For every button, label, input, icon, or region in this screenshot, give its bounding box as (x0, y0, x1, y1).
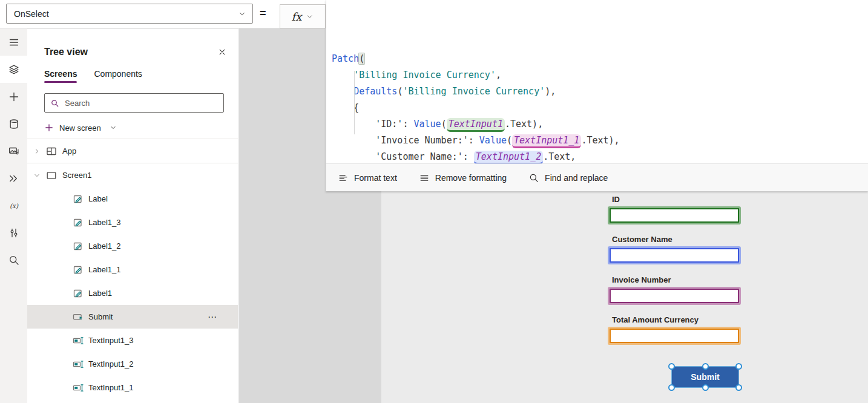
code-token: : (469, 135, 479, 146)
fx-dropdown-button[interactable]: fx (280, 4, 326, 28)
textinput-control-icon (72, 335, 84, 347)
media-icon (8, 145, 20, 157)
code-token: ), (545, 86, 556, 97)
panel-title: Tree view (44, 47, 88, 57)
code-token: 'Billing Invoice Currency' (403, 86, 545, 97)
advanced-tools-nav[interactable] (0, 219, 27, 246)
label-control-icon (72, 217, 84, 229)
variables-icon: (x) (8, 200, 20, 212)
variables-nav[interactable]: (x) (0, 192, 27, 219)
tree-item-label1_3[interactable]: Label1_3 (27, 211, 238, 234)
chevron-down-icon (306, 13, 314, 21)
search-icon (528, 172, 539, 183)
code-token: ( (441, 119, 447, 129)
text-input-invoice-number[interactable] (610, 289, 739, 303)
insert-nav[interactable] (0, 83, 27, 110)
code-line: 'ID:': Value(TextInput1.Text), (332, 116, 868, 133)
textinput-control-icon (72, 382, 84, 394)
text-input-icon (72, 382, 84, 394)
code-token: 'ID:' (375, 119, 403, 129)
selection-handle[interactable] (735, 384, 742, 391)
power-automate-icon (8, 172, 20, 185)
tree-search-input[interactable] (65, 99, 218, 108)
search-icon (8, 254, 20, 266)
hamburger-menu-button[interactable] (0, 28, 27, 56)
item-menu-button[interactable]: ⋯ (208, 312, 217, 323)
indent-guide (354, 71, 355, 134)
selection-handle[interactable] (735, 363, 742, 370)
text-input-id[interactable] (610, 208, 739, 223)
code-token: : (403, 119, 413, 129)
selection-handle[interactable] (702, 384, 709, 391)
code-token: Patch (332, 53, 359, 64)
tree-item-textinput1_1[interactable]: TextInput1_1 (27, 376, 238, 399)
tab-screens[interactable]: Screens (44, 69, 77, 83)
tree-view-panel: Tree view Screens Components New screen … (27, 28, 239, 403)
chevron-down-icon (33, 172, 41, 179)
property-selector-dropdown[interactable]: OnSelect (6, 4, 253, 24)
chevron-down-icon[interactable] (33, 172, 41, 179)
label-control-icon (72, 287, 84, 300)
data-nav[interactable] (0, 110, 27, 137)
field-label-invoice-number: Invoice Number (612, 275, 748, 284)
tree-item-textinput1_3[interactable]: TextInput1_3 (27, 329, 238, 352)
new-screen-button[interactable]: New screen (44, 120, 117, 136)
form-field-customer-name: Customer Name (608, 235, 748, 263)
button-control-icon (72, 311, 84, 323)
toolbar-button-label: Format text (354, 173, 397, 183)
tree-item-screen1[interactable]: Screen1 (27, 163, 238, 187)
remove-formatting-icon (419, 172, 430, 183)
format-text-button[interactable]: Format text (338, 172, 397, 183)
code-token: .Text), (581, 135, 619, 146)
chevron-right-icon[interactable] (33, 148, 41, 155)
textinput-control-icon (72, 358, 84, 370)
database-icon (8, 118, 20, 130)
label-icon (72, 287, 84, 300)
selection-handle[interactable] (668, 363, 675, 370)
chevron-right-icon (33, 148, 41, 155)
app-screen[interactable]: IDCustomer NameInvoice NumberTotal Amoun… (381, 191, 868, 403)
powerapps-studio: OnSelect = fx (x) Tree view Screens Comp… (0, 0, 868, 403)
tab-components[interactable]: Components (94, 69, 142, 83)
form-field-invoice-number: Invoice Number (608, 275, 748, 303)
tree-item-label1[interactable]: Label1 (27, 281, 238, 305)
equals-sign: = (260, 0, 266, 27)
svg-text:(x): (x) (9, 202, 18, 209)
tree-item-textinput1_2[interactable]: TextInput1_2 (27, 352, 238, 376)
text-input-total-amount-currency[interactable] (610, 329, 739, 343)
search-nav[interactable] (0, 246, 27, 274)
close-panel-button[interactable] (215, 45, 229, 59)
code-token: Value (479, 135, 507, 146)
tree-item-submit[interactable]: Submit⋯ (27, 305, 238, 329)
tree-item-list: AppScreen1LabelLabel1_3Label1_2Label1_1L… (27, 139, 238, 403)
tree-view-nav[interactable] (0, 56, 27, 83)
tree-item-app[interactable]: App (27, 139, 238, 163)
tree-item-label1_2[interactable]: Label1_2 (27, 234, 238, 258)
label-icon (72, 240, 84, 252)
label-icon (72, 264, 84, 276)
tree-item-label1_1[interactable]: Label1_1 (27, 258, 238, 281)
code-line: Patch( (332, 51, 868, 67)
text-input-customer-name[interactable] (610, 248, 739, 263)
selection-handle[interactable] (702, 363, 709, 370)
media-nav[interactable] (0, 137, 27, 165)
label-icon (72, 193, 84, 205)
selection-handle[interactable] (668, 384, 675, 391)
formula-code-editor[interactable]: Patch( 'Billing Invoice Currency', Defau… (326, 0, 868, 163)
power-automate-nav[interactable] (0, 165, 27, 192)
property-selector-value: OnSelect (14, 9, 49, 19)
code-line: 'Customer Name:': TextInput1_2.Text, (332, 149, 868, 163)
form-field-id: ID (608, 195, 748, 223)
code-line: Defaults('Billing Invoice Currency'), (332, 84, 868, 100)
label-icon (72, 217, 84, 229)
close-icon (218, 48, 226, 56)
screen-icon (45, 169, 58, 182)
find-and-replace-button[interactable]: Find and replace (528, 172, 608, 183)
tree-item-label[interactable]: Label (27, 187, 238, 211)
code-token: 'Customer Name:' (375, 151, 463, 162)
remove-formatting-button[interactable]: Remove formatting (419, 172, 507, 183)
label-control-icon (72, 193, 84, 205)
plus-icon (8, 91, 20, 103)
form-field-total-amount-currency: Total Amount Currency (608, 315, 748, 343)
submit-control-selection: Submit (672, 367, 738, 387)
